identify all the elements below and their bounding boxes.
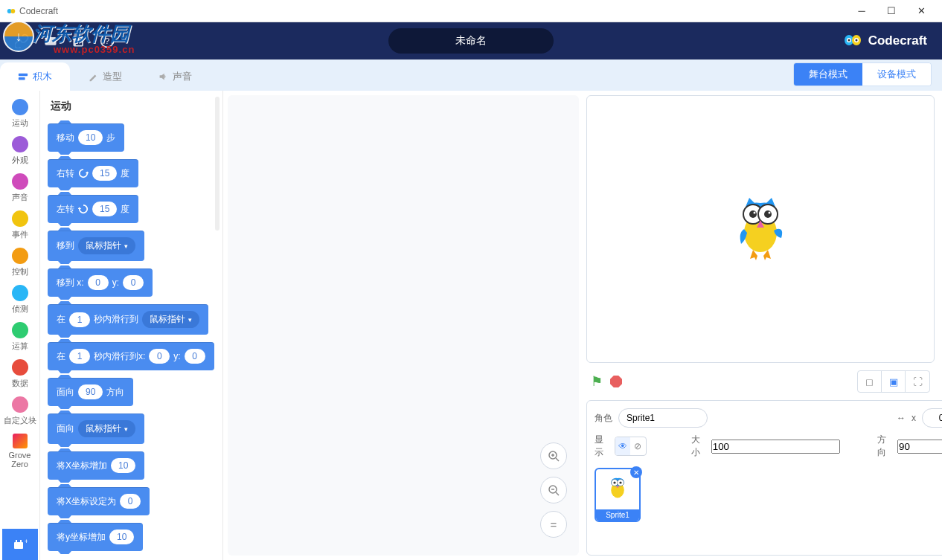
brand-logo: Codecraft	[843, 33, 927, 49]
svg-point-33	[613, 481, 615, 483]
block-turn-left[interactable]: 左转15度	[48, 195, 138, 223]
svg-point-29	[769, 212, 771, 214]
block-change-y[interactable]: 将y坐标增加10	[48, 523, 143, 551]
show-label: 显示	[595, 434, 607, 459]
cat-motion[interactable]: 运动	[0, 95, 39, 132]
stage-small-button[interactable]: ◻	[858, 371, 882, 392]
category-column: 运动 外观 声音 事件 控制 侦测 运算 数据 自定义块 Grove Zero …	[0, 91, 40, 560]
stage-large-button[interactable]: ▣	[882, 371, 906, 392]
cat-grove-zero[interactable]: Grove Zero	[0, 430, 39, 472]
app-title: Codecraft	[19, 6, 58, 16]
sprite-dir-input[interactable]	[897, 440, 942, 454]
svg-rect-14	[20, 540, 22, 542]
block-change-x[interactable]: 将X坐标增加10	[48, 451, 144, 480]
tab-blocks[interactable]: 积木	[0, 62, 70, 91]
svg-rect-10	[19, 74, 28, 77]
cat-data[interactable]: 数据	[0, 355, 39, 393]
tab-sounds[interactable]: 声音	[140, 62, 210, 91]
add-extension-button[interactable]: +	[2, 529, 38, 560]
window-titlebar: Codecraft ─ ☐ ✕	[0, 0, 942, 22]
window-close[interactable]: ✕	[906, 1, 936, 22]
hide-button[interactable]: ⊘	[630, 437, 645, 455]
link-icon[interactable]	[15, 33, 30, 48]
window-minimize[interactable]: ─	[847, 1, 877, 22]
green-flag-button[interactable]: ⚑	[591, 373, 603, 390]
top-toolbar: ? 未命名 Codecraft	[0, 22, 942, 59]
block-glide-xy[interactable]: 在1秒内滑行到x:0y:0	[48, 342, 214, 370]
cat-sound[interactable]: 声音	[0, 170, 39, 207]
mode-toggle: 舞台模式 设备模式	[793, 62, 932, 86]
block-point-dir[interactable]: 面向90方向	[48, 378, 133, 406]
sprite-name-input[interactable]	[618, 408, 708, 428]
zoom-out-button[interactable]	[540, 477, 567, 503]
svg-point-34	[619, 481, 621, 483]
stage-full-button[interactable]: ⛶	[906, 371, 929, 392]
save-icon[interactable]	[71, 33, 86, 48]
cat-operators[interactable]: 运算	[0, 318, 39, 355]
block-goto-xy[interactable]: 移到 x:0y:0	[48, 268, 153, 297]
tab-costumes[interactable]: 造型	[70, 62, 140, 91]
sprite-size-input[interactable]	[711, 440, 840, 454]
svg-text:+: +	[25, 538, 28, 545]
role-label: 角色	[595, 412, 612, 425]
cat-custom[interactable]: 自定义块	[0, 393, 39, 430]
script-workspace[interactable]: =	[228, 95, 579, 556]
zoom-in-button[interactable]	[540, 442, 567, 469]
project-title[interactable]: 未命名	[388, 28, 554, 54]
block-point-to[interactable]: 面向鼠标指针	[48, 413, 144, 444]
delete-sprite-icon[interactable]: ✕	[630, 466, 642, 478]
app-icon	[6, 6, 16, 16]
editor-tabs: 积木 造型 声音 舞台模式 设备模式	[0, 59, 942, 91]
stage-controls: ⚑ ◻ ▣ ⛶	[586, 367, 935, 396]
svg-point-26	[749, 210, 757, 218]
svg-point-27	[764, 210, 772, 218]
cat-looks[interactable]: 外观	[0, 132, 39, 170]
show-button[interactable]: 👁	[615, 437, 630, 455]
zoom-reset-button[interactable]: =	[540, 511, 567, 538]
svg-rect-12	[14, 542, 23, 549]
svg-point-9	[855, 39, 857, 42]
blocks-palette[interactable]: 运动 移动10步 右转15度 左转15度 移到鼠标指针 移到 x:0y:0 在1…	[40, 91, 223, 560]
mode-stage[interactable]: 舞台模式	[794, 63, 862, 86]
folder-icon[interactable]	[43, 33, 58, 48]
svg-rect-11	[19, 77, 25, 80]
palette-header: 运动	[48, 100, 215, 113]
svg-point-1	[10, 9, 15, 13]
stage-canvas[interactable]	[586, 95, 935, 363]
sprite-info-panel: 角色 ↔x ↕y 显示 👁 ⊘ 大小 方向	[586, 400, 942, 556]
block-glide[interactable]: 在1秒内滑行到鼠标指针	[48, 304, 208, 335]
block-goto[interactable]: 移到鼠标指针	[48, 231, 144, 261]
help-icon[interactable]: ?	[100, 33, 115, 48]
sprite-owl[interactable]	[731, 192, 790, 266]
window-maximize[interactable]: ☐	[877, 1, 906, 22]
block-set-x[interactable]: 将X坐标设定为0	[48, 487, 150, 515]
svg-rect-13	[16, 540, 17, 542]
cat-sensing[interactable]: 侦测	[0, 281, 39, 318]
mode-device[interactable]: 设备模式	[862, 63, 931, 86]
svg-line-21	[556, 492, 559, 495]
sprite-card[interactable]: ✕ Sprite1	[595, 468, 641, 522]
svg-line-17	[556, 458, 559, 461]
block-turn-right[interactable]: 右转15度	[48, 159, 138, 187]
svg-point-28	[754, 212, 756, 214]
cat-control[interactable]: 控制	[0, 244, 39, 281]
svg-text:?: ?	[105, 36, 110, 45]
cat-events[interactable]: 事件	[0, 207, 39, 244]
block-move[interactable]: 移动10步	[48, 123, 124, 152]
svg-point-8	[848, 39, 850, 42]
sprite-x-input[interactable]	[922, 408, 942, 428]
visibility-toggle: 👁 ⊘	[615, 437, 646, 456]
stop-button[interactable]	[610, 376, 622, 387]
